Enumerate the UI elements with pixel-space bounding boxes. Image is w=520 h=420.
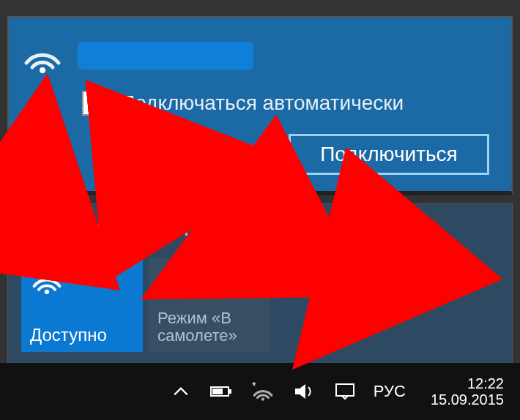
airplane-mode-tile[interactable]: Режим «В самолете» xyxy=(149,257,270,352)
taskbar: * РУС 12:22 15.09.2015 xyxy=(0,363,520,420)
network-name-redacted xyxy=(78,42,253,70)
chevron-up-icon[interactable] xyxy=(168,383,193,400)
router-icon xyxy=(310,215,343,239)
language-indicator[interactable]: РУС xyxy=(374,382,406,401)
autoconnect-label: Подключаться автоматически xyxy=(120,91,404,115)
network-settings-panel: Сетевые параметры xyxy=(7,203,513,364)
svg-text:*: * xyxy=(252,382,256,391)
wifi-icon xyxy=(30,264,134,296)
network-connect-panel: Подключаться автоматически Подключиться xyxy=(7,16,513,195)
svg-point-8 xyxy=(261,398,264,401)
airplane-icon xyxy=(157,264,261,296)
settings-title: Сетевые параметры xyxy=(23,217,218,241)
clock[interactable]: 12:22 15.09.2015 xyxy=(431,375,504,408)
clock-date: 15.09.2015 xyxy=(431,391,504,408)
wifi-tile[interactable]: Доступно xyxy=(21,257,143,352)
wifi-tile-label: Доступно xyxy=(30,326,134,345)
network-item[interactable] xyxy=(22,40,253,72)
svg-rect-7 xyxy=(212,389,223,394)
action-center-icon[interactable] xyxy=(333,383,357,400)
connect-button[interactable]: Подключиться xyxy=(289,134,489,175)
router-icon-row xyxy=(310,215,439,239)
svg-rect-10 xyxy=(336,384,354,396)
wifi-icon xyxy=(22,40,63,72)
svg-point-0 xyxy=(40,67,45,73)
autoconnect-checkbox[interactable] xyxy=(82,91,107,116)
network-name-redacted-small xyxy=(351,217,439,236)
airplane-tile-label: Режим «В самолете» xyxy=(157,310,261,345)
clock-time: 12:22 xyxy=(431,375,504,391)
svg-point-4 xyxy=(45,290,49,294)
volume-icon[interactable] xyxy=(291,383,316,400)
battery-icon[interactable] xyxy=(209,383,234,400)
wifi-tray-icon[interactable]: * xyxy=(250,382,275,401)
svg-rect-6 xyxy=(229,389,231,394)
svg-rect-3 xyxy=(311,230,341,236)
connect-button-label: Подключиться xyxy=(320,143,458,166)
